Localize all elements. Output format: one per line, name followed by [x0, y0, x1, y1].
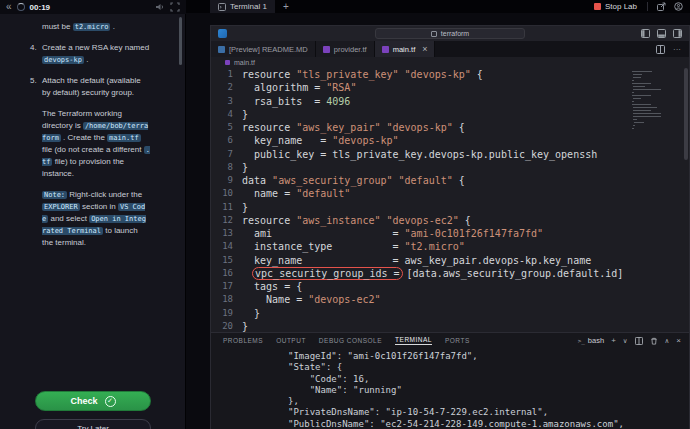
breadcrumb-file: main.tf [234, 59, 255, 66]
line-number: 1 [211, 68, 233, 81]
line-number: 2 [211, 81, 233, 94]
code-line: 10 name = "default" [211, 187, 689, 200]
terminal-1-tab[interactable]: Terminal 1 [210, 0, 275, 13]
file-icon [225, 60, 230, 65]
panel-tab-debug-console[interactable]: DEBUG CONSOLE [319, 337, 382, 344]
topbar-divider [647, 2, 648, 11]
code-line: 5resource "aws_key_pair" "devops-kp" { [211, 121, 689, 134]
shell-selector[interactable]: >_ bash [578, 336, 605, 345]
text-segment: file (do not create a different [42, 145, 144, 154]
instruction-number [30, 189, 42, 249]
code-line: 19 } [211, 307, 689, 320]
tab-preview-readme-md[interactable]: [Preview] README.MD [211, 41, 316, 57]
volume-icon[interactable] [155, 2, 165, 12]
layout-secondary-sidebar-icon[interactable] [673, 29, 682, 38]
maximize-panel-icon[interactable]: ∧ [665, 336, 670, 346]
command-center[interactable]: terraform [375, 28, 525, 39]
line-content: key_name = aws_key_pair.devops-kp.key_na… [233, 254, 591, 267]
panel-tab-output[interactable]: OUTPUT [276, 337, 306, 344]
code-chip: EXPLORER [42, 203, 80, 211]
tab-label: provider.tf [334, 45, 367, 54]
instruction-paragraph: must be t2.micro . [30, 21, 150, 33]
code-chip: main.tf [107, 134, 141, 142]
close-tab-icon[interactable]: × [422, 44, 427, 54]
panel-tab-ports[interactable]: PORTS [445, 337, 470, 344]
terminal-prompt-icon: >_ [578, 337, 585, 344]
line-number: 19 [211, 307, 233, 320]
tab-main-tf[interactable]: main.tf× [375, 41, 436, 57]
line-number: 7 [211, 148, 233, 161]
markdown-preview-icon [218, 46, 225, 53]
minimap-line [632, 128, 634, 129]
instruction-paragraph: 4.Create a new RSA key named devops-kp . [30, 42, 150, 66]
open-external-icon[interactable] [657, 2, 666, 11]
terminal-tab-label: Terminal 1 [230, 2, 267, 11]
code-editor[interactable]: 1resource "tls_private_key" "devops-kp" … [211, 68, 689, 332]
code-line: 7 public_key = tls_private_key.devops-kp… [211, 148, 689, 161]
check-button[interactable]: Check ✓ [35, 391, 151, 411]
workspace-title: terraform [441, 30, 469, 37]
fullscreen-icon[interactable] [170, 2, 180, 12]
code-line: 8} [211, 161, 689, 174]
tab-provider-tf[interactable]: provider.tf [316, 41, 375, 57]
code-chip: t2.micro [73, 23, 111, 31]
line-number: 17 [211, 280, 233, 293]
text-segment: section in [80, 202, 118, 211]
breadcrumb[interactable]: main.tf [211, 57, 689, 68]
instruction-number: 4. [30, 42, 42, 66]
new-terminal-tab-icon[interactable]: + [283, 1, 289, 12]
lab-timer: 00:19 [30, 3, 50, 12]
more-actions-icon[interactable]: ··· [673, 45, 681, 54]
shell-name: bash [588, 336, 604, 345]
code-line: 15 key_name = aws_key_pair.devops-kp.key… [211, 254, 689, 267]
editor-lines: 1resource "tls_private_key" "devops-kp" … [211, 68, 689, 332]
collapse-panel-icon[interactable]: « [6, 2, 12, 12]
tab-label: [Preview] README.MD [229, 45, 308, 54]
code-line: 14 instance_type = "t2.micro" [211, 240, 689, 253]
new-terminal-icon[interactable]: + [611, 336, 616, 346]
minimap-line [633, 86, 645, 87]
minimap-line [632, 104, 651, 105]
launch-profile-chevron-icon[interactable]: ∨ [623, 336, 628, 346]
layout-sidebar-icon[interactable] [641, 29, 650, 38]
editor-scrollbar[interactable] [684, 68, 688, 160]
text-segment: Attach the default (available by default… [42, 76, 141, 97]
minimap[interactable] [632, 71, 662, 131]
code-line: 6 key_name = "devops-kp" [211, 134, 689, 147]
instruction-number: 5. [30, 75, 42, 99]
line-content: algorithm = "RSA" [233, 81, 356, 94]
line-number: 6 [211, 134, 233, 147]
split-editor-icon[interactable] [656, 45, 665, 54]
line-number: 8 [211, 161, 233, 174]
line-content: } [233, 307, 260, 320]
instruction-paragraph: The Terraform working directory is /home… [30, 108, 150, 180]
instruction-number [30, 108, 42, 180]
minimap-line [632, 71, 652, 72]
code-chip: devops-kp [42, 56, 84, 64]
line-content: resource "aws_instance" "devops-ec2" { [233, 214, 471, 227]
vscode-title-bar: terraform [211, 26, 689, 41]
panel-tab-problems[interactable]: PROBLEMS [223, 337, 263, 344]
terminal-output[interactable]: "ImageId": "ami-0c101f26f147fa7fd", "Sta… [211, 348, 689, 429]
vscode-window: terraform [Preview] README.MDprovider.tf… [210, 25, 690, 429]
account-icon[interactable] [674, 2, 683, 11]
panel-tab-terminal[interactable]: TERMINAL [395, 336, 432, 345]
code-line: 1resource "tls_private_key" "devops-kp" … [211, 68, 689, 81]
split-terminal-icon[interactable] [635, 337, 643, 345]
close-panel-icon[interactable]: × [676, 336, 681, 346]
try-later-button[interactable]: Try Later [35, 419, 151, 429]
kill-terminal-icon[interactable] [650, 337, 658, 345]
code-line: 11} [211, 201, 689, 214]
line-number: 4 [211, 108, 233, 121]
code-line: 20} [211, 320, 689, 332]
minimap-line [633, 74, 642, 75]
sidebar-scrollbar[interactable] [179, 17, 182, 65]
lab-instructions-panel: « 00:19 must be t2.micro .4.Create a new… [0, 0, 186, 429]
layout-panel-icon[interactable] [657, 29, 666, 38]
stop-lab-button[interactable]: Stop Lab [594, 2, 637, 11]
line-content: vpc_security_group_ids = [data.aws_secur… [233, 267, 623, 280]
minimap-line [633, 113, 661, 114]
line-content: ami = "ami-0c101f26f147fa7fd" [233, 227, 543, 240]
main-area: Terminal 1 + Stop Lab [186, 0, 690, 429]
text-segment: Create a new RSA key named [42, 43, 149, 52]
